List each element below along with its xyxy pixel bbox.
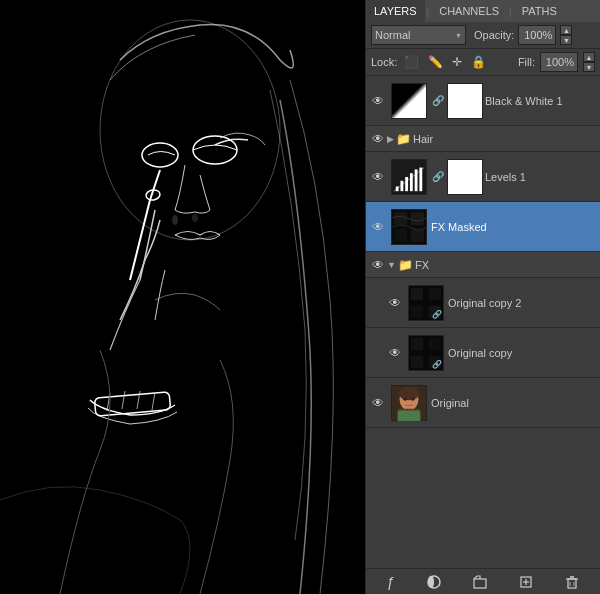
layer-name: Black & White 1 bbox=[485, 95, 597, 107]
opacity-input[interactable] bbox=[518, 25, 556, 45]
layer-visibility-toggle[interactable]: 👁 bbox=[369, 394, 387, 412]
svg-rect-0 bbox=[0, 0, 365, 594]
svg-rect-26 bbox=[429, 287, 441, 299]
layer-thumbnail bbox=[391, 209, 427, 245]
blend-mode-wrapper: Normal Multiply Screen bbox=[371, 25, 466, 45]
svg-rect-15 bbox=[405, 177, 408, 191]
svg-point-10 bbox=[172, 215, 178, 225]
opacity-label: Opacity: bbox=[474, 29, 514, 41]
svg-rect-27 bbox=[411, 305, 423, 317]
layer-thumbnail bbox=[391, 385, 427, 421]
layer-name: Original copy 2 bbox=[448, 297, 597, 309]
opacity-stepper: ▲ ▼ bbox=[560, 25, 572, 45]
panel-toolbar: ƒ bbox=[366, 568, 600, 594]
layer-item-active[interactable]: 👁 FX Masked bbox=[366, 202, 600, 252]
group-visibility-toggle[interactable]: 👁 bbox=[369, 256, 387, 274]
canvas-area bbox=[0, 0, 365, 594]
svg-point-39 bbox=[411, 397, 415, 400]
svg-point-11 bbox=[192, 214, 198, 222]
group-folder-icon: 📁 bbox=[398, 258, 413, 272]
artwork-canvas bbox=[0, 0, 365, 594]
svg-rect-42 bbox=[428, 576, 434, 588]
group-header-fx[interactable]: 👁 ▼ 📁 FX bbox=[366, 252, 600, 278]
svg-rect-47 bbox=[568, 579, 576, 588]
layer-name: FX Masked bbox=[431, 221, 597, 233]
svg-rect-20 bbox=[394, 211, 407, 224]
layer-thumbnail: 🔗 bbox=[408, 285, 444, 321]
tab-layers[interactable]: LAYERS bbox=[366, 0, 425, 22]
fill-up-btn[interactable]: ▲ bbox=[583, 52, 595, 62]
layer-link-badge: 🔗 bbox=[432, 310, 442, 319]
blend-mode-select[interactable]: Normal Multiply Screen bbox=[371, 25, 466, 45]
layer-visibility-toggle[interactable]: 👁 bbox=[386, 344, 404, 362]
lock-transparent-btn[interactable]: ⬛ bbox=[402, 55, 421, 69]
layer-item[interactable]: 👁 🔗 Original copy bbox=[366, 328, 600, 378]
layer-visibility-toggle[interactable]: 👁 bbox=[369, 218, 387, 236]
layer-mask-thumbnail bbox=[447, 83, 483, 119]
group-header-hair[interactable]: 👁 ▶ 📁 Hair bbox=[366, 126, 600, 152]
group-name: FX bbox=[415, 259, 429, 271]
svg-rect-43 bbox=[474, 579, 486, 588]
layers-list: 👁 🔗 Black & White 1 👁 ▶ 📁 Hair 👁 bbox=[366, 76, 600, 568]
layer-name: Levels 1 bbox=[485, 171, 597, 183]
layer-thumbnail bbox=[391, 159, 427, 195]
fill-label: Fill: bbox=[518, 56, 535, 68]
lock-all-btn[interactable]: 🔒 bbox=[469, 55, 488, 69]
group-expand-arrow: ▼ bbox=[387, 260, 396, 270]
add-layer-style-btn[interactable]: ƒ bbox=[382, 572, 400, 592]
layer-thumbnail: 🔗 bbox=[408, 335, 444, 371]
layer-item[interactable]: 👁 🔗 Black & White 1 bbox=[366, 76, 600, 126]
lock-row: Lock: ⬛ ✏️ ✛ 🔒 Fill: ▲ ▼ bbox=[366, 49, 600, 76]
lock-image-btn[interactable]: ✏️ bbox=[426, 55, 445, 69]
layer-visibility-toggle[interactable]: 👁 bbox=[386, 294, 404, 312]
main-container: LAYERS | CHANNELS | PATHS Normal Multipl… bbox=[0, 0, 600, 594]
group-folder-icon: 📁 bbox=[396, 132, 411, 146]
fill-down-btn[interactable]: ▼ bbox=[583, 62, 595, 72]
group-visibility-toggle[interactable]: 👁 bbox=[369, 130, 387, 148]
create-new-layer-btn[interactable] bbox=[514, 573, 538, 591]
add-layer-mask-btn[interactable] bbox=[422, 573, 446, 591]
layer-item[interactable]: 👁 bbox=[366, 378, 600, 428]
svg-rect-23 bbox=[411, 228, 424, 241]
layer-link-badge: 🔗 bbox=[432, 360, 442, 369]
group-name: Hair bbox=[413, 133, 433, 145]
svg-rect-31 bbox=[429, 337, 441, 349]
svg-rect-30 bbox=[411, 337, 423, 349]
layer-mask-thumbnail bbox=[447, 159, 483, 195]
fill-input[interactable] bbox=[540, 52, 578, 72]
blend-mode-row: Normal Multiply Screen Opacity: ▲ ▼ bbox=[366, 22, 600, 49]
svg-rect-25 bbox=[411, 287, 423, 299]
create-group-btn[interactable] bbox=[468, 573, 492, 591]
lock-label: Lock: bbox=[371, 56, 397, 68]
layer-thumbnail bbox=[391, 83, 427, 119]
opacity-down-btn[interactable]: ▼ bbox=[560, 35, 572, 45]
opacity-up-btn[interactable]: ▲ bbox=[560, 25, 572, 35]
layer-item[interactable]: 👁 🔗 Original copy 2 bbox=[366, 278, 600, 328]
layer-name: Original copy bbox=[448, 347, 597, 359]
lock-position-btn[interactable]: ✛ bbox=[450, 55, 464, 69]
layer-chain-icon: 🔗 bbox=[432, 95, 444, 106]
svg-point-38 bbox=[403, 397, 407, 400]
panel-tabs: LAYERS | CHANNELS | PATHS bbox=[366, 0, 600, 22]
layer-visibility-toggle[interactable]: 👁 bbox=[369, 92, 387, 110]
group-expand-arrow: ▶ bbox=[387, 134, 394, 144]
layer-visibility-toggle[interactable]: 👁 bbox=[369, 168, 387, 186]
layers-panel: LAYERS | CHANNELS | PATHS Normal Multipl… bbox=[365, 0, 600, 594]
svg-rect-21 bbox=[411, 211, 424, 224]
fill-stepper: ▲ ▼ bbox=[583, 52, 595, 72]
layer-chain-icon: 🔗 bbox=[432, 171, 444, 182]
svg-rect-40 bbox=[398, 410, 421, 420]
tab-channels[interactable]: CHANNELS bbox=[431, 0, 507, 22]
delete-layer-btn[interactable] bbox=[560, 573, 584, 591]
svg-rect-16 bbox=[410, 173, 413, 191]
layer-item[interactable]: 👁 🔗 bbox=[366, 152, 600, 202]
svg-rect-32 bbox=[411, 355, 423, 367]
layer-name: Original bbox=[431, 397, 597, 409]
svg-point-36 bbox=[399, 386, 420, 399]
tab-paths[interactable]: PATHS bbox=[514, 0, 565, 22]
svg-rect-22 bbox=[394, 228, 407, 241]
